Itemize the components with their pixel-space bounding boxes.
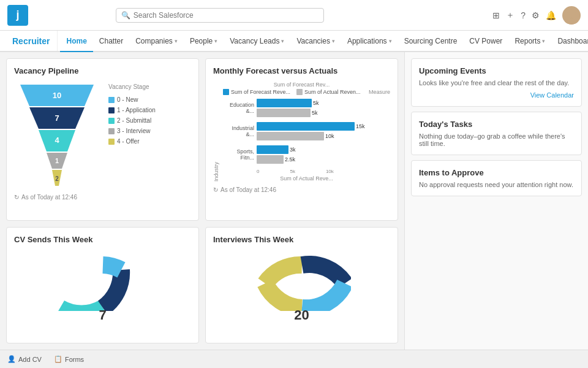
app-icon: j (7, 5, 28, 26)
svg-point-0 (567, 9, 576, 18)
interviews-donut (213, 250, 390, 313)
bar-label-education: Education &... (223, 102, 257, 114)
vacancy-pipeline-timestamp: ↻ As of Today at 12:46 (14, 194, 191, 201)
bar-row-sports: Sports, Fitn... 3k 2.5k (223, 145, 390, 164)
interviews-title: Interviews This Week (213, 235, 390, 244)
forecast-top-label: Sum of Forecast Rev... (213, 82, 390, 88)
todays-tasks-body: Nothing due today–go grab a coffee while… (419, 132, 574, 147)
items-to-approve-title: Items to Approve (419, 168, 574, 177)
nav-item-dashboards[interactable]: Dashboards ▾ (551, 31, 588, 52)
grid-icon[interactable]: ⊞ (492, 10, 500, 20)
svg-point-1 (564, 18, 579, 25)
monthly-forecast-title: Monthly Forecast versus Actuals (213, 66, 390, 75)
top-icons: ⊞ ＋ ? ⚙ 🔔 (492, 6, 581, 25)
bar-label-industrial: Industrial &... (223, 125, 257, 137)
search-bar[interactable]: 🔍 (116, 8, 324, 23)
x-axis: 05k10k (257, 169, 390, 174)
cv-sends-title: CV Sends This Week (14, 235, 191, 244)
interviews-card: Interviews This Week 20 (205, 227, 398, 343)
forms-label: Forms (65, 356, 84, 363)
upcoming-events-card: Upcoming Events Looks like you're free a… (411, 58, 582, 107)
cv-sends-donut (14, 250, 191, 313)
upcoming-events-title: Upcoming Events (419, 66, 574, 75)
view-calendar-link[interactable]: View Calendar (419, 91, 574, 99)
nav-bar: Recruiter Home Chatter Companies ▾ Peopl… (0, 31, 588, 52)
todays-tasks-card: Today's Tasks Nothing due today–go grab … (411, 112, 582, 155)
forms-icon: 📋 (54, 355, 62, 363)
nav-item-sourcing-centre[interactable]: Sourcing Centre (398, 31, 464, 52)
vacancy-pipeline-title: Vacancy Pipeline (14, 66, 191, 75)
y-axis-label: Industry (213, 89, 219, 182)
nav-item-applications[interactable]: Applications ▾ (341, 31, 398, 52)
nav-item-cv-power[interactable]: CV Power (463, 31, 508, 52)
bar-label-sports: Sports, Fitn... (223, 148, 257, 161)
nav-item-vacancy-leads[interactable]: Vacancy Leads ▾ (224, 31, 290, 52)
refresh-icon-2: ↻ (213, 186, 218, 193)
bar-row-industrial: Industrial &... 15k 10k (223, 122, 390, 140)
forms-button[interactable]: 📋 Forms (54, 355, 84, 363)
interviews-value: 20 (213, 307, 390, 323)
cv-sends-card: CV Sends This Week 7 (6, 227, 199, 343)
svg-text:2: 2 (55, 175, 59, 182)
search-input[interactable] (134, 11, 318, 20)
settings-icon[interactable]: ⚙ (532, 10, 540, 20)
search-icon: 🔍 (121, 11, 130, 20)
svg-text:10: 10 (53, 91, 61, 100)
svg-text:4: 4 (55, 136, 59, 145)
vacancy-pipeline-card: Vacancy Pipeline 10 7 4 1 (6, 58, 199, 221)
avatar[interactable] (562, 6, 581, 25)
monthly-forecast-timestamp: ↻ As of Today at 12:46 (213, 186, 390, 193)
add-cv-label: Add CV (18, 356, 42, 363)
items-to-approve-body: No approval requests need your attention… (419, 181, 574, 188)
items-to-approve-card: Items to Approve No approval requests ne… (411, 160, 582, 196)
nav-item-reports[interactable]: Reports ▾ (508, 31, 551, 52)
funnel-area: 10 7 4 1 2 Vacancy Stage (14, 82, 191, 189)
nav-brand: Recruiter (5, 31, 58, 51)
help-icon[interactable]: ? (521, 10, 526, 20)
nav-item-vacancies[interactable]: Vacancies ▾ (290, 31, 341, 52)
monthly-forecast-card: Monthly Forecast versus Actuals Sum of F… (205, 58, 398, 221)
plus-icon[interactable]: ＋ (506, 10, 514, 21)
bottom-bar: 👤 Add CV 📋 Forms (0, 350, 588, 368)
nav-item-companies[interactable]: Companies ▾ (129, 31, 184, 52)
cv-sends-value: 7 (14, 307, 191, 323)
refresh-icon: ↻ (14, 194, 19, 201)
bar-row-education: Education &... 5k 5k (223, 99, 390, 117)
forecast-chart-area: Industry Sum of Forecast Reve... Sum of … (213, 89, 390, 182)
legend-forecast: Sum of Forecast Reve... (231, 89, 290, 95)
content-area: Vacancy Pipeline 10 7 4 1 (0, 52, 588, 350)
svg-text:7: 7 (55, 113, 59, 123)
bottom-axis-label: Sum of Actual Reve... (223, 175, 390, 182)
top-bar: j 🔍 ⊞ ＋ ? ⚙ 🔔 (0, 0, 588, 31)
add-cv-icon: 👤 (7, 355, 16, 363)
todays-tasks-title: Today's Tasks (419, 120, 574, 129)
measure-label: Measure (369, 89, 390, 95)
funnel-chart: 10 7 4 1 2 (14, 82, 100, 189)
nav-item-people[interactable]: People ▾ (184, 31, 224, 52)
svg-text:1: 1 (55, 157, 59, 164)
right-sidebar: Upcoming Events Looks like you're free a… (404, 52, 588, 350)
bell-icon[interactable]: 🔔 (546, 10, 556, 20)
funnel-legend: Vacancy Stage 0 - New 1 - Application 2 … (108, 82, 156, 147)
nav-item-home[interactable]: Home (60, 31, 92, 52)
upcoming-events-body: Looks like you're free and clear the res… (419, 79, 574, 86)
bar-chart: Sum of Forecast Reve... Sum of Actual Re… (223, 89, 390, 182)
main-area: Vacancy Pipeline 10 7 4 1 (0, 52, 404, 350)
chart-legend: Sum of Forecast Reve... Sum of Actual Re… (223, 89, 390, 95)
add-cv-button[interactable]: 👤 Add CV (7, 355, 42, 363)
legend-actual: Sum of Actual Reven... (304, 89, 361, 95)
nav-item-chatter[interactable]: Chatter (93, 31, 129, 52)
